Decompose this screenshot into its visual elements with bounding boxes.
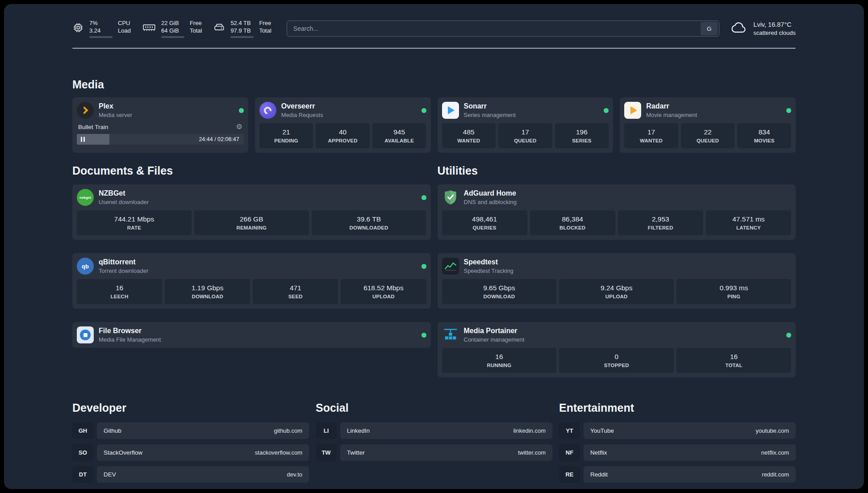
overseerr-icon (259, 102, 276, 119)
filebrowser-icon (77, 326, 94, 343)
app-card-overseerr[interactable]: Overseerr Media Requests 21 PENDING 40 A… (255, 97, 431, 153)
stat-tile: 266 GB REMAINING (194, 210, 309, 235)
cpu-values: 7% 3.24 (89, 19, 113, 38)
disk-total: 97.9 TB (230, 27, 254, 34)
settings-gear-icon[interactable]: ⚙ (236, 123, 242, 130)
bookmark-row: TW Twitter twitter.com (316, 444, 552, 461)
bookmark-link-youtube[interactable]: YouTube youtube.com (584, 422, 796, 439)
stat-tile: 0.993 ms PING (676, 279, 791, 304)
section-heading-entertainment: Entertainment (559, 401, 796, 414)
section-heading-utilities: Utilities (438, 164, 796, 177)
stat-tile: 40 APPROVED (316, 123, 370, 148)
app-subtitle: Media Requests (281, 112, 323, 118)
pause-icon[interactable] (81, 137, 85, 142)
stat-tile: 2,953 FILTERED (618, 210, 703, 235)
bookmark-abbr-stackoverflow[interactable]: SO (72, 444, 93, 461)
app-card-filebrowser[interactable]: File Browser Media File Management (72, 322, 431, 348)
stat-tile: 485 WANTED (442, 123, 496, 148)
app-name: File Browser (99, 327, 161, 335)
app-card-portainer[interactable]: Media Portainer Container management 16 … (438, 322, 796, 377)
app-card-plex[interactable]: Plex Media server Bullet Train ⚙ 24:44 /… (72, 97, 248, 153)
stat-tile: 834 MOVIES (737, 123, 791, 148)
app-subtitle: Series management (464, 112, 516, 118)
cpu-icon (72, 22, 84, 35)
cloud-icon (729, 21, 748, 37)
bookmark-link-github[interactable]: Github github.com (97, 422, 309, 439)
utilities-column: Utilities AdGuard Home (438, 164, 796, 377)
now-playing-title: Bullet Train (78, 124, 108, 130)
weather-condition: scattered clouds (753, 29, 796, 36)
app-name: Media Portainer (464, 327, 525, 335)
status-dot (421, 333, 426, 338)
search-input[interactable] (287, 25, 701, 32)
adguard-shield-icon (442, 189, 459, 206)
bookmark-abbr-youtube[interactable]: YT (559, 422, 580, 439)
bookmark-abbr-twitter[interactable]: TW (316, 444, 337, 461)
stat-tile: 17 WANTED (624, 123, 678, 148)
app-card-radarr[interactable]: Radarr Movie management 17 WANTED 22 QUE… (620, 97, 796, 153)
bookmark-abbr-reddit[interactable]: RE (559, 466, 580, 483)
search-engine-button[interactable]: G (701, 22, 718, 35)
app-name: Sonarr (464, 102, 516, 110)
bookmark-abbr-github[interactable]: GH (72, 422, 93, 439)
bookmark-group-social: Social LI LinkedIn linkedin.com TW Twitt… (316, 401, 552, 466)
stat-tile: 39.6 TB DOWNLOADED (312, 210, 426, 235)
stat-tile: 0 STOPPED (559, 348, 674, 373)
disk-metric: 52.4 TB 97.9 TB Free Total (213, 19, 271, 38)
bookmark-link-netflix[interactable]: Netflix netflix.com (584, 444, 796, 461)
stat-tile: 47.571 ms LATENCY (706, 210, 791, 235)
status-dot (604, 108, 609, 113)
app-card-speedtest[interactable]: Speedtest Speedtest Tracking 9.65 Gbps D… (438, 253, 796, 309)
now-playing-row: Bullet Train ⚙ (77, 123, 244, 130)
disk-usage-bar (230, 36, 254, 38)
topbar-divider (72, 48, 796, 49)
app-subtitle: Usenet downloader (99, 199, 149, 205)
bookmark-group-developer: Developer GH Github github.com SO StackO… (72, 401, 309, 488)
app-name: qBittorrent (99, 258, 148, 266)
bookmark-row: LI LinkedIn linkedin.com (316, 422, 552, 439)
radarr-icon (624, 102, 641, 119)
bookmark-row: NF Netflix netflix.com (559, 444, 796, 461)
app-card-adguard[interactable]: AdGuard Home DNS and adblocking 498,461 … (438, 184, 796, 240)
documents-column: Documents & Files nzbget NZBGet Usenet d… (72, 164, 431, 348)
stat-tile: 16 RUNNING (442, 348, 557, 373)
memory-values: 22 GiB 64 GiB (161, 19, 184, 38)
app-subtitle: Movie management (646, 112, 697, 118)
memory-usage-bar (161, 36, 184, 38)
app-card-sonarr[interactable]: Sonarr Series management 485 WANTED 17 Q… (438, 97, 613, 153)
bookmark-link-reddit[interactable]: Reddit reddit.com (584, 466, 796, 483)
stat-tile: 744.21 Mbps RATE (77, 210, 192, 235)
bookmark-link-stackoverflow[interactable]: StackOverflow stackoverflow.com (97, 444, 309, 461)
status-dot (421, 108, 426, 113)
disk-values: 52.4 TB 97.9 TB (230, 19, 254, 38)
app-name: Plex (99, 102, 132, 110)
stat-tile: 9.24 Gbps UPLOAD (559, 279, 674, 304)
plex-icon (77, 102, 94, 119)
sonarr-icon (442, 102, 459, 119)
cpu-percent: 7% (89, 19, 113, 27)
app-card-nzbget[interactable]: nzbget NZBGet Usenet downloader 744.21 M… (72, 184, 431, 240)
app-subtitle: Media File Management (99, 336, 161, 343)
bookmark-abbr-linkedin[interactable]: LI (316, 422, 337, 439)
bookmark-row: GH Github github.com (72, 422, 309, 439)
playback-time: 24:44 / 02:06:47 (199, 136, 239, 142)
media-card-row: Plex Media server Bullet Train ⚙ 24:44 /… (72, 97, 796, 153)
stat-tile: 16 TOTAL (676, 348, 791, 373)
content-container: 7% 3.24 CPU Load 22 (72, 4, 796, 488)
stat-tile: 945 AVAILABLE (372, 123, 426, 148)
app-subtitle: Media server (99, 112, 132, 118)
bookmark-abbr-netflix[interactable]: NF (559, 444, 580, 461)
bookmark-link-linkedin[interactable]: LinkedIn linkedin.com (340, 422, 552, 439)
nzbget-icon: nzbget (77, 189, 94, 206)
bookmark-link-dev[interactable]: DEV dev.to (97, 466, 309, 483)
section-heading-social: Social (316, 401, 552, 414)
app-card-qbittorrent[interactable]: qb qBittorrent Torrent downloader 16 LEE… (72, 253, 431, 309)
two-column-area: Documents & Files nzbget NZBGet Usenet d… (72, 164, 796, 377)
playback-progress-bar[interactable]: 24:44 / 02:06:47 (77, 134, 244, 145)
status-dot (421, 195, 426, 200)
status-dot (786, 108, 791, 113)
cpu-metric: 7% 3.24 CPU Load (72, 19, 131, 38)
bookmark-link-twitter[interactable]: Twitter twitter.com (340, 444, 552, 461)
bookmarks-area: Developer GH Github github.com SO StackO… (72, 401, 796, 488)
bookmark-abbr-dev[interactable]: DT (72, 466, 93, 483)
